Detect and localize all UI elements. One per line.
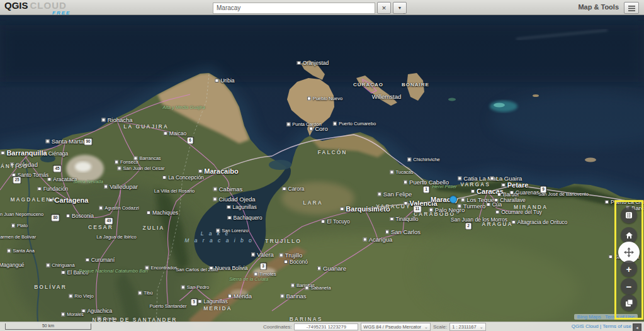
chevron-down-icon: ˬ [404,9,405,13]
status-bar: 50 km Coordinates: -7495231 1223279 WGS … [0,322,644,331]
map-controls-highlight-box: + − [614,200,643,320]
map-tools-menu-button[interactable] [624,2,639,14]
zoom-out-button[interactable]: − [621,278,637,295]
collapse-icon: ◄ [635,326,639,330]
minus-icon: − [626,282,632,291]
crs-value: WGS 84 / Pseudo Mercator [363,324,421,330]
home-icon [625,232,633,239]
collapse-statusbar-button[interactable]: ◄ [633,323,641,331]
search-input[interactable] [213,3,375,14]
top-toolbar: QGISCLOUD FREE ✕ ▼ ˬ Map & Tools [0,0,644,15]
footer-links[interactable]: QGIS Cloud | Terms of use [572,323,631,329]
zoom-in-button[interactable]: + [621,261,637,277]
scale-select[interactable]: 1 : 2311167 ⌄ [449,323,485,331]
pan-button[interactable] [618,242,640,263]
chevron-down-icon: ⌄ [424,325,428,330]
logo-qgis-text: QGIS [4,0,28,11]
layers-button[interactable] [621,295,637,311]
map-canvas[interactable]: OranjestadCURAÇAOWillemstadBONAIREPueblo… [0,0,644,331]
search-clear-button[interactable]: ✕ [377,2,391,14]
map-tools-label: Map & Tools [578,3,619,11]
move-icon [623,247,635,258]
scale-label: Scale: [433,324,447,330]
scale-bar-label: 50 km [42,323,54,328]
qgis-cloud-logo: QGISCLOUD FREE [4,1,67,10]
chevron-down-icon: ⌄ [480,325,483,330]
crs-select[interactable]: WGS 84 / Pseudo Mercator ⌄ [361,323,431,331]
dropdown-icon: ▼ [398,6,402,10]
coordinates-value[interactable]: -7495231 1223279 [294,323,358,330]
bing-maps-link[interactable]: Bing Maps [577,314,601,320]
basemap-button[interactable] [621,207,637,223]
search-type-dropdown-button[interactable]: ▼ ˬ [393,2,407,14]
search-bar: ✕ ▼ ˬ [213,2,407,14]
layers-icon [625,299,633,307]
coordinates-label: Coordinates: [263,324,291,330]
close-icon: ✕ [381,5,387,11]
scale-bar: 50 km [5,323,91,330]
satellite-basemap [0,0,644,331]
logo-free-text: FREE [52,8,71,18]
grid-icon [625,211,633,219]
coordinates-group: Coordinates: -7495231 1223279 WGS 84 / P… [263,323,486,331]
scale-value: 1 : 2311167 [452,324,477,330]
hamburger-icon [628,3,635,14]
plus-icon: + [626,264,632,274]
search-result-marker [449,196,457,203]
